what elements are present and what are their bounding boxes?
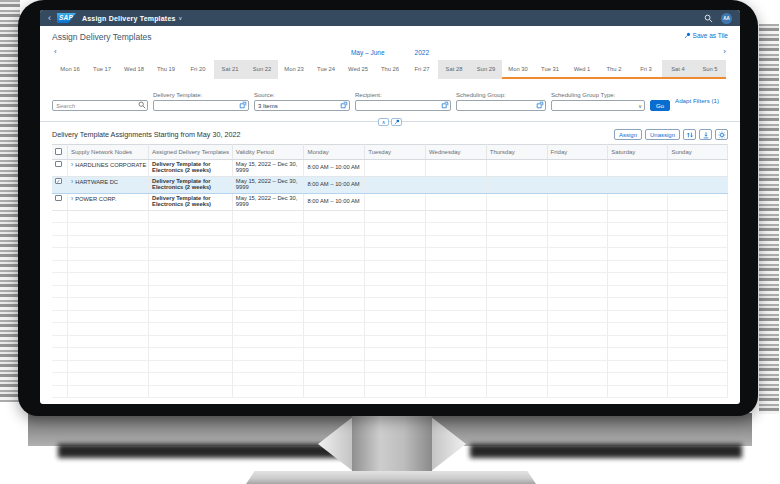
calendar-day[interactable]: Wed 1 <box>566 60 598 79</box>
table-row[interactable]: ✓›HARTWARE DCDelivery Template for Elect… <box>52 176 728 193</box>
calendar-day[interactable]: Thu 2 <box>598 60 630 79</box>
calendar-day[interactable]: Sat 4 <box>662 60 694 79</box>
calendar-day[interactable]: Sat 28 <box>438 60 470 79</box>
filter-label-delivery-template: Delivery Template: <box>153 92 249 98</box>
assigned-template: Delivery Template for Electronics (2 wee… <box>149 159 233 176</box>
export-button[interactable] <box>699 129 712 140</box>
calendar-day[interactable]: Mon 30 <box>502 60 534 79</box>
calendar-day[interactable]: Tue 17 <box>86 60 118 79</box>
column-header[interactable]: Monday <box>304 145 365 160</box>
go-button[interactable]: Go <box>650 100 670 111</box>
calendar-day[interactable]: Tue 24 <box>310 60 342 79</box>
day-slot <box>425 159 486 176</box>
scheduling-group-input[interactable] <box>456 100 546 111</box>
column-header[interactable]: Sunday <box>668 145 728 160</box>
select-all-checkbox[interactable] <box>55 148 62 155</box>
calendar-month-range[interactable]: May – June <box>351 49 385 56</box>
sap-logo[interactable]: SAP <box>57 13 76 23</box>
page-title: Assign Delivery Templates <box>52 32 152 42</box>
calendar-day[interactable]: Mon 23 <box>278 60 310 79</box>
value-help-icon[interactable] <box>340 101 348 109</box>
day-slot <box>608 193 668 210</box>
calendar-day[interactable]: Sun 22 <box>246 60 278 79</box>
assign-button[interactable]: Assign <box>614 129 642 140</box>
expand-row-icon[interactable]: › <box>71 178 73 185</box>
value-help-icon[interactable] <box>239 101 247 109</box>
assigned-template: Delivery Template for Electronics (2 wee… <box>149 193 233 210</box>
pin-icon <box>394 119 400 125</box>
empty-table-row <box>52 323 728 336</box>
value-help-icon[interactable] <box>536 101 544 109</box>
sort-button[interactable] <box>683 129 696 140</box>
empty-table-row <box>52 298 728 311</box>
value-help-icon[interactable] <box>441 101 449 109</box>
expand-row-icon[interactable]: › <box>71 161 73 168</box>
empty-table-row <box>52 360 728 373</box>
row-checkbox[interactable]: ✓ <box>55 178 62 185</box>
calendar-day[interactable]: Sat 21 <box>214 60 246 79</box>
calendar-day[interactable]: Tue 31 <box>534 60 566 79</box>
calendar-day[interactable]: Mon 16 <box>54 60 86 79</box>
calendar-nav: ‹ May – June 2022 › <box>40 44 740 58</box>
calendar-day[interactable]: Wed 25 <box>342 60 374 79</box>
table-body: ›HARDLINES CORPORATE GR...Delivery Templ… <box>52 159 728 398</box>
calendar-day[interactable]: Fri 20 <box>182 60 214 79</box>
recipient-input[interactable] <box>355 100 451 111</box>
chevron-down-icon: ∨ <box>638 103 642 109</box>
chevron-down-icon[interactable]: ∨ <box>179 15 183 21</box>
column-header[interactable]: Thursday <box>486 145 547 160</box>
search-input[interactable] <box>52 100 148 111</box>
calendar-day[interactable]: Sun 29 <box>470 60 502 79</box>
calendar-day[interactable]: Wed 18 <box>118 60 150 79</box>
calendar-day[interactable]: Sun 5 <box>694 60 726 79</box>
row-checkbox[interactable] <box>55 161 62 168</box>
expand-row-icon[interactable]: › <box>71 195 73 202</box>
calendar-year[interactable]: 2022 <box>415 49 429 56</box>
empty-table-row <box>52 285 728 298</box>
stage: { "colors": { "accent": "#0a6ed1", "shel… <box>0 0 780 484</box>
shell-app-title[interactable]: Assign Delivery Templates <box>82 15 176 22</box>
supply-network-node: POWER CORP. <box>75 196 116 202</box>
adapt-filters-link[interactable]: Adapt Filters (1) <box>675 97 719 104</box>
pin-header-button[interactable] <box>391 118 402 126</box>
save-as-tile-button[interactable]: Save as Tile <box>684 32 728 39</box>
search-icon[interactable] <box>704 14 713 23</box>
filter-bar-collapse-control: ∧ <box>378 118 402 126</box>
day-slot <box>608 159 668 176</box>
calendar-day[interactable]: Fri 27 <box>406 60 438 79</box>
collapse-header-button[interactable]: ∧ <box>378 118 389 126</box>
table-row[interactable]: ›HARDLINES CORPORATE GR...Delivery Templ… <box>52 159 728 176</box>
table-row[interactable]: ›POWER CORP.Delivery Template for Electr… <box>52 193 728 210</box>
empty-table-row <box>52 260 728 273</box>
settings-button[interactable] <box>715 129 728 140</box>
monitor-floor-shadow <box>58 444 350 458</box>
empty-table-row <box>52 273 728 286</box>
row-checkbox[interactable] <box>55 195 62 202</box>
column-header[interactable]: Validity Period <box>232 145 304 160</box>
source-input[interactable] <box>254 100 350 111</box>
day-slot <box>486 159 547 176</box>
filter-label-scheduling-group-type: Scheduling Group Type: <box>551 92 645 98</box>
unassign-button[interactable]: Unassign <box>645 129 680 140</box>
search-icon[interactable] <box>138 101 146 109</box>
day-slot <box>608 176 668 193</box>
calendar-day[interactable]: Thu 19 <box>150 60 182 79</box>
scheduling-group-type-select[interactable] <box>551 100 645 111</box>
column-header[interactable]: Wednesday <box>425 145 486 160</box>
back-icon[interactable]: ‹ <box>48 14 51 23</box>
delivery-template-input[interactable] <box>153 100 249 111</box>
column-header[interactable]: Supply Network Nodes <box>68 145 149 160</box>
column-header[interactable]: Friday <box>547 145 608 160</box>
column-header[interactable]: Tuesday <box>365 145 426 160</box>
filter-label-scheduling-group: Scheduling Group: <box>456 92 546 98</box>
calendar-prev-icon[interactable]: ‹ <box>54 48 57 56</box>
empty-table-row <box>52 385 728 398</box>
validity-period: May 15, 2022 – Dec 30, 9999 <box>232 159 304 176</box>
calendar-day[interactable]: Fri 3 <box>630 60 662 79</box>
column-header[interactable]: Saturday <box>608 145 668 160</box>
calendar-day[interactable]: Thu 26 <box>374 60 406 79</box>
column-header[interactable]: Assigned Delivery Templates <box>149 145 233 160</box>
avatar[interactable]: AA <box>721 13 732 24</box>
calendar-next-icon[interactable]: › <box>723 48 726 56</box>
day-slot <box>668 193 728 210</box>
